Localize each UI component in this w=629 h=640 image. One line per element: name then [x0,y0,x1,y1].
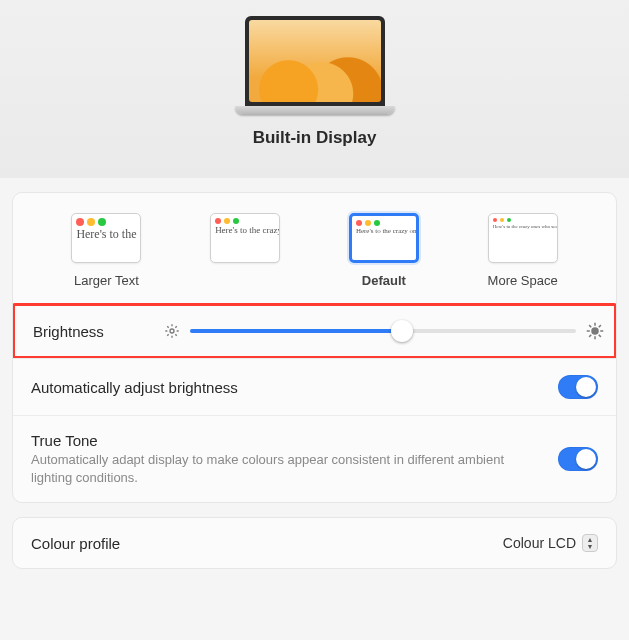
true-tone-row: True Tone Automatically adapt display to… [13,415,616,502]
brightness-slider[interactable] [190,329,576,333]
true-tone-description: Automatically adapt display to make colo… [31,451,511,486]
svg-line-16 [589,335,591,337]
auto-brightness-label: Automatically adjust brightness [31,379,238,396]
colour-profile-select[interactable]: Colour LCD ▲▼ [503,534,598,552]
laptop-illustration [235,16,395,116]
resolution-option-larger-text[interactable]: Here's to the crazy ones who see things … [56,213,156,288]
colour-profile-label: Colour profile [31,535,120,552]
auto-brightness-toggle[interactable] [558,375,598,399]
updown-stepper-icon: ▲▼ [582,534,598,552]
auto-brightness-row: Automatically adjust brightness [13,358,616,415]
resolution-label: Default [362,273,406,288]
brightness-high-icon [586,322,604,340]
svg-point-0 [170,329,174,333]
svg-line-8 [175,326,176,327]
resolution-option-default[interactable]: Here's to the crazy ones who see things … [334,213,434,288]
brightness-low-icon [164,323,180,339]
true-tone-label: True Tone [31,432,511,449]
colour-profile-row: Colour profile Colour LCD ▲▼ [13,518,616,568]
resolution-option-more-space[interactable]: Here's to the crazy ones who see things … [473,213,573,288]
resolution-option-2[interactable]: Here's to the crazy ones who see things … [195,213,295,288]
resolution-picker: Here's to the crazy ones who see things … [13,193,616,304]
svg-line-17 [599,325,601,327]
resolution-label: More Space [488,273,558,288]
svg-line-15 [599,335,601,337]
brightness-row: Brightness [12,303,617,359]
colour-profile-panel: Colour profile Colour LCD ▲▼ [12,517,617,569]
brightness-slider-knob[interactable] [391,320,413,342]
brightness-label: Brightness [33,323,104,340]
svg-line-7 [167,334,168,335]
svg-line-5 [167,326,168,327]
svg-line-6 [175,334,176,335]
colour-profile-value: Colour LCD [503,535,576,551]
resolution-label: Larger Text [74,273,139,288]
display-settings-panel: Here's to the crazy ones who see things … [12,192,617,503]
svg-line-14 [589,325,591,327]
display-header: Built-in Display [0,0,629,178]
true-tone-toggle[interactable] [558,447,598,471]
svg-point-9 [592,328,598,334]
display-title: Built-in Display [0,128,629,148]
